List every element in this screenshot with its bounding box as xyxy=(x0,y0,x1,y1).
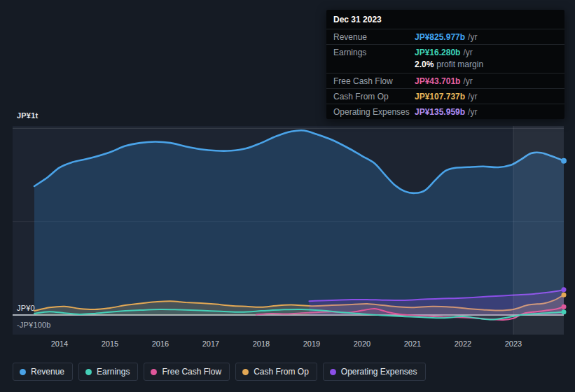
tooltip-label-revenue: Revenue xyxy=(333,32,415,42)
operating-expenses-endpoint-dot xyxy=(562,287,567,292)
profit-margin-value: 2.0% xyxy=(415,59,434,69)
legend-label: Earnings xyxy=(97,367,130,377)
profit-margin-label: profit margin xyxy=(436,59,483,69)
x-axis-label: 2017 xyxy=(202,340,219,348)
x-axis-label: 2019 xyxy=(303,340,320,348)
legend-item-earnings[interactable]: Earnings xyxy=(78,363,138,381)
legend-label: Operating Expenses xyxy=(341,367,417,377)
tooltip-label-fcf: Free Cash Flow xyxy=(333,76,415,86)
legend-item-revenue[interactable]: Revenue xyxy=(13,363,73,381)
x-axis-label: 2018 xyxy=(253,340,270,348)
y-axis-label-neg100b: -JP¥100b xyxy=(17,321,51,329)
x-axis-label: 2015 xyxy=(102,340,118,348)
cash-from-op-endpoint-dot xyxy=(562,293,567,298)
legend-item-operating-expenses[interactable]: Operating Expenses xyxy=(323,363,426,381)
tooltip-suffix: /yr xyxy=(468,107,477,117)
tooltip-row-cash-from-op: Cash From Op JP¥107.737b /yr xyxy=(326,89,564,104)
free-cash-flow-endpoint-dot xyxy=(562,304,567,309)
tooltip-label-earnings: Earnings xyxy=(333,48,415,57)
tooltip-label-opex: Operating Expenses xyxy=(333,107,415,117)
tooltip-date: Dec 31 2023 xyxy=(326,10,564,29)
legend-label: Free Cash Flow xyxy=(162,367,221,377)
x-axis-label: 2020 xyxy=(354,340,370,348)
y-axis-label-1t: JP¥1t xyxy=(17,111,38,120)
tooltip-value-cashop: JP¥107.737b xyxy=(415,92,465,102)
legend-label: Revenue xyxy=(31,367,64,377)
tooltip-row-revenue: Revenue JP¥825.977b /yr xyxy=(326,29,564,45)
tooltip-label-cashop: Cash From Op xyxy=(333,92,415,102)
tooltip-row-free-cash-flow: Free Cash Flow JP¥43.701b /yr xyxy=(326,74,564,89)
y-axis-label-zero: JP¥0 xyxy=(17,304,35,312)
latest-period-highlight-band xyxy=(513,126,564,335)
x-axis-label: 2022 xyxy=(455,340,471,348)
legend-label: Cash From Op xyxy=(254,367,309,377)
x-axis-label: 2014 xyxy=(51,340,68,348)
operating-expenses-legend-dot-icon xyxy=(330,369,336,375)
free-cash-flow-legend-dot-icon xyxy=(151,369,157,375)
tooltip-value-revenue: JP¥825.977b xyxy=(415,32,465,42)
revenue-legend-dot-icon xyxy=(20,369,26,375)
legend-item-cash-from-op[interactable]: Cash From Op xyxy=(235,363,317,381)
tooltip-row-operating-expenses: Operating Expenses JP¥135.959b /yr xyxy=(326,104,564,119)
x-axis-label: 2021 xyxy=(404,340,421,348)
tooltip-suffix: /yr xyxy=(468,92,477,102)
tooltip-profit-margin: 2.0%profit margin xyxy=(326,59,564,73)
tooltip-earnings-line: Earnings JP¥16.280b /yr xyxy=(326,45,564,59)
tooltip-suffix: /yr xyxy=(463,48,472,57)
earnings-legend-dot-icon xyxy=(85,369,92,375)
legend-item-free-cash-flow[interactable]: Free Cash Flow xyxy=(144,363,230,381)
tooltip-value-earnings: JP¥16.280b xyxy=(415,48,460,57)
tooltip-row-earnings: Earnings JP¥16.280b /yr 2.0%profit margi… xyxy=(326,45,564,74)
tooltip-suffix: /yr xyxy=(468,32,477,42)
tooltip-value-fcf: JP¥43.701b xyxy=(415,76,460,86)
chart-tooltip: Dec 31 2023 Revenue JP¥825.977b /yr Earn… xyxy=(326,10,564,119)
revenue-endpoint-dot xyxy=(561,158,567,164)
chart-legend: Revenue Earnings Free Cash Flow Cash Fro… xyxy=(13,363,426,381)
tooltip-suffix: /yr xyxy=(463,76,472,86)
earnings-endpoint-dot xyxy=(562,309,567,314)
cash-from-op-legend-dot-icon xyxy=(242,369,249,375)
x-axis-label: 2023 xyxy=(505,340,522,348)
tooltip-value-opex: JP¥135.959b xyxy=(415,107,465,117)
earnings-revenue-history-panel: 2014201520162017201820192020202120222023… xyxy=(0,0,575,392)
x-axis-label: 2016 xyxy=(152,340,169,348)
